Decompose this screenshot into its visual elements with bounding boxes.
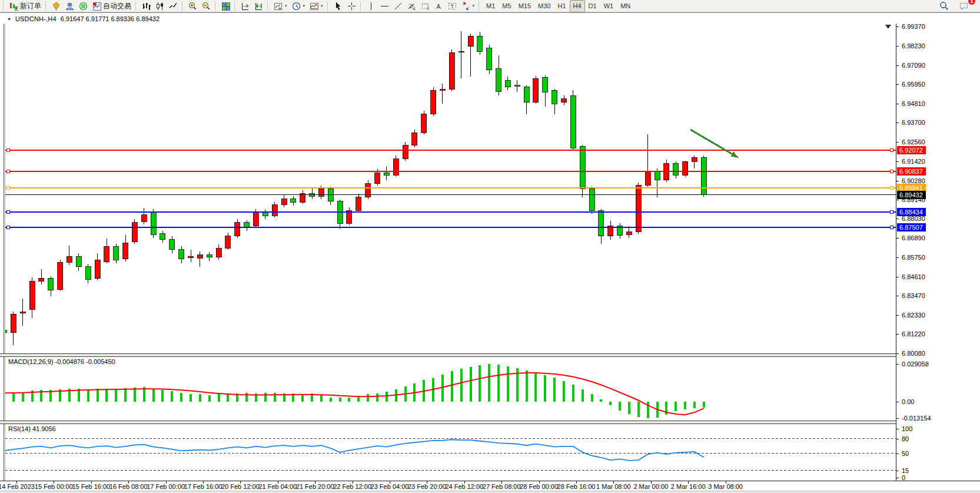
timeframe-mn-button[interactable]: MN	[617, 0, 634, 12]
price-tick-label: 6.93700	[902, 119, 925, 126]
text-button[interactable]: A	[432, 0, 446, 12]
macd-tick-label: 0.029058	[902, 360, 929, 368]
timeframe-m15-button[interactable]: M15	[515, 0, 534, 12]
crosshair-icon	[347, 2, 356, 11]
toolbar-group-separator	[234, 2, 236, 11]
auto-scroll-icon	[241, 2, 250, 11]
periods-button[interactable]: ▾	[290, 0, 308, 12]
notifications-button[interactable]: 1	[957, 0, 972, 12]
macd-tick	[896, 402, 899, 402]
templates-button[interactable]: ▾	[307, 0, 325, 12]
periods-dropdown-icon[interactable]: ▾	[303, 4, 305, 8]
zoom-out-button[interactable]	[200, 0, 213, 12]
timeframe-h4-button[interactable]: H4	[570, 0, 585, 12]
timeframe-m30-button[interactable]: M30	[534, 0, 554, 12]
price-axis[interactable]: 6.993706.982306.970906.959506.948106.937…	[896, 24, 980, 481]
tile-windows-icon	[221, 2, 230, 11]
level-price-tag: 6.87507	[897, 223, 926, 231]
chart-title-bar: ▼ USDCNH-,H4 6.91647 6.91771 6.89336 6.8…	[7, 14, 160, 24]
price-tick	[896, 161, 899, 162]
community-button[interactable]	[63, 0, 77, 12]
price-tick-label: 6.80080	[902, 350, 925, 357]
timeframe-m5-button[interactable]: M5	[499, 0, 514, 12]
indicators-button[interactable]: ▾	[271, 0, 290, 12]
timeframe-h1-button[interactable]: H1	[554, 0, 569, 12]
price-tick-label: 6.82330	[902, 312, 925, 319]
tile-windows-button[interactable]	[219, 0, 232, 12]
zoom-in-button[interactable]	[186, 0, 200, 12]
time-tick-label: 28 Feb 16:00	[557, 483, 596, 490]
chart-shift-icon	[254, 2, 263, 11]
horizontal-line-icon	[380, 2, 389, 11]
time-tick-label: 15 Feb 16:00	[72, 483, 110, 490]
svg-text:T: T	[450, 4, 454, 9]
vertical-line-button[interactable]	[364, 0, 378, 12]
chart-shift-marker[interactable]	[885, 25, 891, 29]
equidistant-channel-button[interactable]: F	[418, 0, 432, 12]
main-chart-canvas[interactable]	[5, 24, 896, 353]
zoom-in-icon	[188, 2, 197, 11]
templates-dropdown-icon[interactable]: ▾	[321, 4, 323, 8]
price-tick	[896, 181, 899, 181]
chart-menu-triangle-icon[interactable]: ▼	[7, 17, 11, 21]
new-order-button[interactable]: 新订单	[7, 0, 44, 12]
rsi-tick-label: 100	[902, 425, 912, 432]
horizontal-level-lines[interactable]	[5, 148, 896, 229]
rsi-tick	[896, 439, 899, 439]
timeframe-d1-button[interactable]: D1	[585, 0, 600, 12]
price-tick	[896, 200, 899, 200]
text-label-icon: T	[448, 2, 457, 11]
macd-pane[interactable]: MACD(12,26,9) -0.004876 -0.005450	[5, 357, 896, 421]
price-tick	[896, 84, 899, 85]
price-chart-pane[interactable]	[5, 24, 896, 353]
rsi-canvas[interactable]	[5, 424, 896, 481]
rsi-pane[interactable]: RSI(14) 41.9056	[5, 424, 896, 481]
auto-trading-label: 自动交易	[103, 1, 131, 11]
rsi-label: RSI(14) 41.9056	[8, 425, 56, 432]
bar-chart-button[interactable]	[139, 0, 153, 12]
current-price-tag: 6.89432	[897, 191, 926, 199]
macd-canvas[interactable]	[5, 357, 896, 421]
market-button[interactable]	[49, 0, 63, 12]
rsi-tick	[896, 478, 899, 478]
search-button[interactable]	[937, 0, 951, 12]
arrows-button[interactable]: ▾	[459, 0, 477, 12]
chart-left-border	[4, 24, 4, 481]
signals-button[interactable]	[77, 0, 90, 12]
svg-text:A: A	[436, 2, 441, 9]
new-order-icon	[9, 2, 18, 11]
equidistant-channel-icon: F	[421, 2, 430, 11]
fibonacci-button[interactable]: E	[405, 0, 418, 12]
arrows-dropdown-icon[interactable]: ▾	[473, 4, 475, 8]
price-tick-label: 6.95950	[902, 81, 925, 88]
chart-shift-button[interactable]	[252, 0, 265, 12]
crosshair-button[interactable]	[345, 0, 358, 12]
auto-scroll-button[interactable]	[238, 0, 252, 12]
templates-icon	[310, 2, 318, 11]
price-tick-label: 6.90280	[902, 177, 925, 184]
price-tick	[896, 315, 899, 316]
horizontal-line-button[interactable]	[378, 0, 391, 12]
rsi-tick	[896, 454, 899, 454]
main-toolbar: 新订单自动交易▾▾▾EFAT▾M1M5M15M30H1H4D1W1MN1	[0, 0, 980, 12]
candlesticks-button[interactable]	[153, 0, 167, 12]
periods-icon	[292, 2, 301, 11]
timeframe-w1-button[interactable]: W1	[600, 0, 617, 12]
time-axis[interactable]: 14 Feb 202315 Feb 00:0015 Feb 16:0016 Fe…	[0, 481, 980, 491]
line-chart-icon	[169, 2, 178, 11]
trendline-button[interactable]	[391, 0, 405, 12]
timeframe-m1-button[interactable]: M1	[483, 0, 499, 12]
auto-trading-button[interactable]: 自动交易	[90, 0, 134, 12]
time-tick-label: 23 Feb 04:00	[371, 483, 409, 490]
trend-arrow-annotation[interactable]	[690, 130, 739, 158]
line-chart-button[interactable]	[167, 0, 180, 12]
chat-icon	[959, 2, 969, 11]
time-tick-label: 24 Feb 12:00	[445, 483, 483, 490]
level-price-tag: 6.88434	[897, 208, 926, 216]
price-tick-label: 6.91420	[902, 158, 925, 165]
time-tick-label: 27 Feb 08:00	[483, 483, 521, 490]
text-label-button[interactable]: T	[446, 0, 459, 12]
indicators-dropdown-icon[interactable]: ▾	[285, 4, 287, 8]
price-tick	[896, 257, 899, 258]
cursor-button[interactable]	[331, 0, 345, 12]
